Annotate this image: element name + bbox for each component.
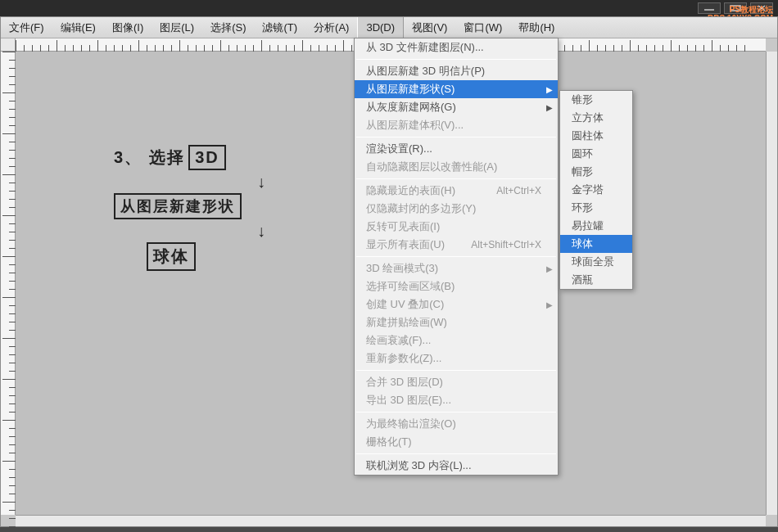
- hw-step-number: 3、 选择: [114, 148, 185, 166]
- shape-menu-item-10[interactable]: 酒瓶: [560, 271, 632, 289]
- menu-label: 栅格化(T): [366, 435, 412, 449]
- menu-label: 从 3D 文件新建图层(N)...: [366, 40, 484, 55]
- shape-menu-item-3[interactable]: 圆环: [560, 145, 632, 163]
- 3d-menu-item-8: 自动隐藏图层以改善性能(A): [355, 158, 558, 176]
- menu-label: 选择可绘画区域(B): [366, 279, 455, 294]
- shape-menu-item-8[interactable]: 球体: [560, 235, 632, 253]
- 3d-menu-item-2[interactable]: 从图层新建 3D 明信片(P): [355, 62, 558, 80]
- menu-label: 重新参数化(Z)...: [366, 351, 441, 366]
- menu-label: 球体: [572, 237, 593, 251]
- shape-menu-item-0[interactable]: 锥形: [560, 91, 632, 109]
- 3d-menu-item-11: 仅隐藏封闭的多边形(Y): [355, 200, 558, 218]
- submenu-arrow-icon: ▶: [546, 103, 553, 112]
- menu-label: 创建 UV 叠加(C): [366, 297, 444, 312]
- menu-1[interactable]: 编辑(E): [52, 17, 104, 38]
- menu-label: 环形: [572, 201, 593, 215]
- shape-menu-item-5[interactable]: 金字塔: [560, 181, 632, 199]
- shape-menu-item-1[interactable]: 立方体: [560, 109, 632, 127]
- menu-label: 渲染设置(R)...: [366, 142, 432, 156]
- menu-10[interactable]: 帮助(H): [510, 17, 563, 38]
- menu-2[interactable]: 图像(I): [104, 17, 152, 38]
- menu-label: 显示所有表面(U): [366, 237, 445, 252]
- dropdown-3d-menu: 从 3D 文件新建图层(N)...从图层新建 3D 明信片(P)从图层新建形状(…: [354, 38, 559, 476]
- 3d-menu-item-16: 选择可绘画区域(B): [355, 277, 558, 295]
- menu-3[interactable]: 图层(L): [152, 17, 202, 38]
- shape-menu-item-2[interactable]: 圆柱体: [560, 127, 632, 145]
- menu-label: 从灰度新建网格(G): [366, 100, 456, 115]
- title-bar: [0, 0, 778, 16]
- separator: [356, 453, 556, 454]
- menu-label: 锥形: [572, 92, 593, 107]
- menu-6[interactable]: 分析(A): [305, 17, 357, 38]
- 3d-menu-item-22: 合并 3D 图层(D): [355, 373, 558, 391]
- 3d-menu-item-19: 绘画衰减(F)...: [355, 331, 558, 349]
- down-arrow-icon: ↓: [163, 223, 360, 239]
- down-arrow-icon: ↓: [163, 174, 360, 190]
- 3d-menu-item-15: 3D 绘画模式(3)▶: [355, 259, 558, 277]
- menubar: 文件(F)编辑(E)图像(I)图层(L)选择(S)滤镜(T)分析(A)3D(D)…: [1, 17, 777, 38]
- separator: [356, 256, 556, 257]
- 3d-menu-item-12: 反转可见表面(I): [355, 218, 558, 236]
- menu-label: 圆柱体: [572, 128, 604, 143]
- 3d-menu-item-13: 显示所有表面(U)Alt+Shift+Ctrl+X: [355, 236, 558, 254]
- ruler-vertical: [1, 52, 16, 515]
- 3d-menu-item-4[interactable]: 从灰度新建网格(G)▶: [355, 98, 558, 116]
- 3d-menu-item-5: 从图层新建体积(V)...: [355, 116, 558, 134]
- separator: [356, 178, 556, 179]
- 3d-menu-item-3[interactable]: 从图层新建形状(S)▶: [355, 80, 558, 98]
- menu-label: 金字塔: [572, 183, 604, 197]
- submenu-arrow-icon: ▶: [546, 264, 553, 273]
- menu-0[interactable]: 文件(F): [1, 17, 52, 38]
- shortcut: Alt+Shift+Ctrl+X: [471, 239, 541, 250]
- menu-label: 为最终输出渲染(O): [366, 417, 456, 431]
- menu-label: 从图层新建 3D 明信片(P): [366, 64, 485, 79]
- submenu-arrow-icon: ▶: [546, 300, 553, 309]
- 3d-menu-item-20: 重新参数化(Z)...: [355, 349, 558, 367]
- menu-7[interactable]: 3D(D): [357, 17, 404, 38]
- watermark-line1: PS教程论坛: [708, 5, 773, 14]
- submenu-arrow-icon: ▶: [546, 85, 553, 94]
- menu-label: 帽形: [572, 165, 593, 179]
- separator: [356, 370, 556, 371]
- menu-label: 立方体: [572, 110, 604, 125]
- 3d-menu-item-17: 创建 UV 叠加(C)▶: [355, 295, 558, 313]
- handwriting-annotation: 3、 选择 3D ↓ 从图层新建形状 ↓ 球体: [114, 142, 360, 346]
- shortcut: Alt+Ctrl+X: [496, 185, 541, 196]
- menu-8[interactable]: 视图(V): [404, 17, 455, 38]
- shape-menu-item-6[interactable]: 环形: [560, 199, 632, 217]
- menu-label: 新建拼贴绘画(W): [366, 315, 447, 330]
- menu-label: 从图层新建形状(S): [366, 82, 455, 97]
- menu-9[interactable]: 窗口(W): [455, 17, 510, 38]
- menu-label: 3D 绘画模式(3): [366, 261, 438, 276]
- 3d-menu-item-25: 为最终输出渲染(O): [355, 415, 558, 433]
- menu-5[interactable]: 滤镜(T): [254, 17, 305, 38]
- menu-label: 联机浏览 3D 内容(L)...: [366, 458, 472, 473]
- menu-label: 易拉罐: [572, 219, 604, 233]
- separator: [356, 412, 556, 413]
- menu-4[interactable]: 选择(S): [202, 17, 254, 38]
- menu-label: 隐藏最近的表面(H): [366, 183, 455, 198]
- menu-label: 圆环: [572, 147, 593, 161]
- dropdown-shape-submenu: 锥形立方体圆柱体圆环帽形金字塔环形易拉罐球体球面全景酒瓶: [559, 90, 633, 290]
- scrollbar-horizontal[interactable]: [16, 515, 766, 526]
- 3d-menu-item-23: 导出 3D 图层(E)...: [355, 391, 558, 409]
- hw-box-shape: 从图层新建形状: [114, 193, 242, 219]
- hw-box-3d: 3D: [188, 145, 226, 170]
- shape-menu-item-4[interactable]: 帽形: [560, 163, 632, 181]
- hw-box-sphere: 球体: [147, 242, 196, 271]
- 3d-menu-item-10: 隐藏最近的表面(H)Alt+Ctrl+X: [355, 182, 558, 200]
- menu-label: 反转可见表面(I): [366, 219, 440, 234]
- separator: [356, 59, 556, 60]
- ruler-corner: [1, 38, 16, 52]
- menu-label: 自动隐藏图层以改善性能(A): [366, 160, 497, 174]
- shape-menu-item-7[interactable]: 易拉罐: [560, 217, 632, 235]
- scrollbar-vertical[interactable]: [766, 52, 777, 515]
- 3d-menu-item-7[interactable]: 渲染设置(R)...: [355, 140, 558, 158]
- menu-label: 合并 3D 图层(D): [366, 375, 443, 390]
- menu-label: 绘画衰减(F)...: [366, 333, 431, 348]
- 3d-menu-item-0[interactable]: 从 3D 文件新建图层(N)...: [355, 38, 558, 56]
- separator: [356, 137, 556, 138]
- 3d-menu-item-28[interactable]: 联机浏览 3D 内容(L)...: [355, 457, 558, 475]
- shape-menu-item-9[interactable]: 球面全景: [560, 253, 632, 271]
- menu-label: 球面全景: [572, 255, 614, 269]
